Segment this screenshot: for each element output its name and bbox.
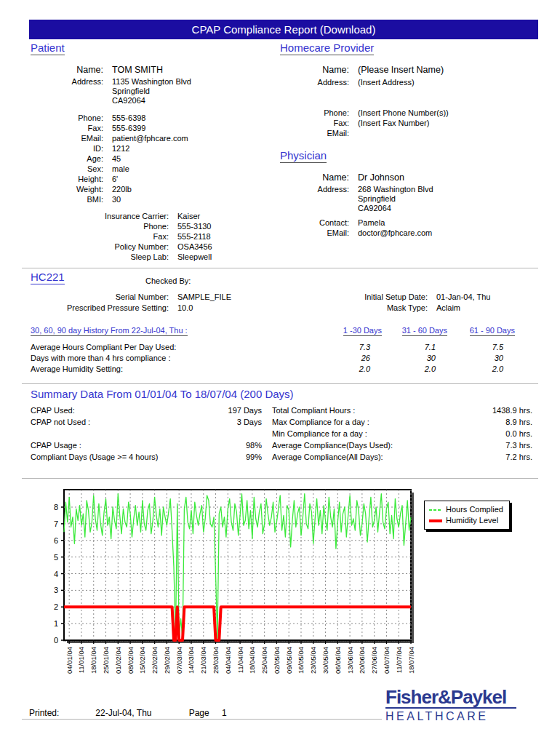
field-row: EMail: doctor@fphcare.com bbox=[280, 228, 433, 238]
field-label: BMI: bbox=[31, 194, 103, 204]
field-value: (Insert Fax Number) bbox=[358, 118, 449, 128]
field-row: Name: (Please Insert Name) bbox=[280, 64, 449, 76]
field-row: Weight: 220lb bbox=[31, 184, 191, 194]
history-row: Average Hours Compliant Per Day Used: 7.… bbox=[31, 342, 515, 353]
summary-right-value: 8.9 hrs. bbox=[454, 416, 532, 428]
history-row-label: Average Hours Compliant Per Day Used: bbox=[31, 342, 313, 353]
field-label: Fax: bbox=[31, 123, 103, 133]
summary-right-label: Min Compliance for a day : bbox=[272, 428, 454, 439]
field-row: Fax: 555-6399 bbox=[31, 123, 191, 133]
field-value: 555-6399 bbox=[112, 123, 191, 133]
field-label: Mask Type: bbox=[305, 303, 428, 314]
field-row: BMI: 30 bbox=[31, 194, 191, 204]
history-value: 7.3 bbox=[313, 342, 382, 353]
device-left-fields: Serial Number: SAMPLE_FILE Prescribed Pr… bbox=[31, 292, 231, 314]
field-value: Sleepwell bbox=[177, 252, 212, 262]
summary-row: Compliant Days (Usage >= 4 hours) 99% Av… bbox=[31, 451, 532, 463]
field-label: Address: bbox=[280, 77, 349, 87]
summary-left-label bbox=[31, 428, 198, 439]
svg-text:4: 4 bbox=[54, 570, 58, 578]
checked-by-label: Checked By: bbox=[145, 276, 191, 285]
field-row: Mask Type: Aclaim bbox=[305, 303, 490, 314]
history-row: Average Humidity Setting: 2.0 2.0 2.0 bbox=[31, 364, 515, 375]
svg-text:18/07/04: 18/07/04 bbox=[407, 647, 415, 674]
field-row: Policy Number: OSA3456 bbox=[31, 242, 212, 252]
report-page: CPAP Compliance Report (Download) Patien… bbox=[0, 0, 560, 745]
history-value: 2.0 bbox=[382, 364, 447, 375]
history-rows: Average Hours Compliant Per Day Used: 7.… bbox=[31, 342, 515, 375]
summary-heading: Summary Data From 01/01/04 To 18/07/04 (… bbox=[31, 388, 294, 400]
summary-left-label: CPAP not Used : bbox=[31, 416, 198, 428]
legend-label: Hours Complied bbox=[446, 504, 503, 515]
svg-text:30/05/04: 30/05/04 bbox=[321, 647, 329, 674]
field-row: Sex: male bbox=[31, 164, 191, 174]
compliance-chart: 01234567804/01/0411/01/0418/01/0425/01/0… bbox=[36, 484, 429, 698]
field-row: Address: (Insert Address) bbox=[280, 77, 449, 87]
history-value: 30 bbox=[447, 353, 515, 364]
field-value: OSA3456 bbox=[177, 242, 212, 252]
homecare-fields: Name: (Please Insert Name) Address: (Ins… bbox=[280, 64, 449, 138]
field-value: doctor@fphcare.com bbox=[358, 228, 433, 238]
divider bbox=[22, 478, 538, 479]
summary-left-value: 3 Days bbox=[198, 416, 262, 428]
field-value: TOM SMITH bbox=[112, 64, 191, 76]
footer-divider bbox=[22, 719, 382, 720]
field-value: 01-Jan-04, Thu bbox=[436, 292, 490, 303]
svg-text:09/05/04: 09/05/04 bbox=[285, 647, 293, 674]
chart-legend: Hours Complied Humidity Level bbox=[424, 501, 510, 530]
summary-right-value: 7.3 hrs. bbox=[454, 439, 532, 451]
summary-right-label: Average Compliance(Days Used): bbox=[272, 439, 454, 451]
field-label: Serial Number: bbox=[31, 292, 169, 303]
field-label: Phone: bbox=[31, 221, 169, 231]
summary-left-value: 197 Days bbox=[198, 405, 262, 416]
svg-text:13/06/04: 13/06/04 bbox=[346, 647, 354, 674]
field-value: 1135 Washington Blvd Springfield CA92064 bbox=[112, 77, 191, 105]
history-value: 26 bbox=[313, 353, 382, 364]
field-label: Phone: bbox=[31, 113, 103, 123]
field-row: Fax: 555-2118 bbox=[31, 231, 212, 242]
field-row: EMail: bbox=[280, 128, 449, 138]
field-label: EMail: bbox=[31, 133, 103, 143]
summary-row: CPAP Used: 197 Days Total Compliant Hour… bbox=[31, 405, 532, 416]
svg-text:14/03/04: 14/03/04 bbox=[187, 647, 195, 674]
field-value: (Insert Address) bbox=[358, 77, 449, 87]
svg-text:11/01/04: 11/01/04 bbox=[77, 647, 85, 673]
logo-healthcare-text: HEALTHCARE bbox=[385, 710, 516, 723]
legend-item-hours: Hours Complied bbox=[429, 504, 503, 515]
svg-text:1: 1 bbox=[54, 619, 58, 628]
patient-heading: Patient bbox=[31, 41, 65, 54]
field-label: Contact: bbox=[280, 218, 349, 228]
svg-text:5: 5 bbox=[54, 553, 58, 562]
divider bbox=[22, 268, 538, 268]
field-value: Aclaim bbox=[436, 303, 490, 314]
divider bbox=[22, 383, 538, 384]
summary-left-label: Compliant Days (Usage >= 4 hours) bbox=[31, 451, 198, 463]
field-row: ID: 1212 bbox=[31, 143, 191, 154]
field-row: Prescribed Pressure Setting: 10.0 bbox=[31, 303, 231, 314]
svg-text:11/04/04: 11/04/04 bbox=[236, 647, 244, 673]
field-label: Sex: bbox=[31, 164, 103, 174]
field-row: EMail: patient@fphcare.com bbox=[31, 133, 191, 143]
field-value: male bbox=[112, 164, 191, 174]
field-label: Age: bbox=[31, 154, 103, 164]
field-value: 220lb bbox=[112, 184, 191, 194]
svg-text:28/03/04: 28/03/04 bbox=[212, 647, 220, 674]
homecare-heading: Homecare Provider bbox=[280, 41, 374, 54]
field-value: (Insert Phone Number(s)) bbox=[358, 108, 449, 118]
field-value: Kaiser bbox=[177, 211, 212, 221]
field-row: Address: 268 Washington Blvd Springfield… bbox=[280, 185, 433, 213]
patient-insurance-fields: Insurance Carrier: Kaiser Phone: 555-313… bbox=[31, 211, 212, 262]
history-value: 2.0 bbox=[313, 364, 382, 375]
summary-left-value bbox=[198, 428, 262, 439]
field-row: Phone: 555-6398 bbox=[31, 113, 191, 123]
field-label: Prescribed Pressure Setting: bbox=[31, 303, 169, 314]
svg-text:8: 8 bbox=[54, 503, 58, 511]
history-row: Days with more than 4 hrs compliance : 2… bbox=[31, 353, 515, 364]
field-label: Height: bbox=[31, 174, 103, 184]
summary-left-label: CPAP Usage : bbox=[31, 439, 198, 451]
field-row: Phone: (Insert Phone Number(s)) bbox=[280, 108, 449, 118]
history-row-label: Average Humidity Setting: bbox=[31, 364, 313, 375]
history-value: 2.0 bbox=[447, 364, 515, 375]
field-label: Name: bbox=[280, 64, 349, 76]
history-row-label: Days with more than 4 hrs compliance : bbox=[31, 353, 313, 364]
